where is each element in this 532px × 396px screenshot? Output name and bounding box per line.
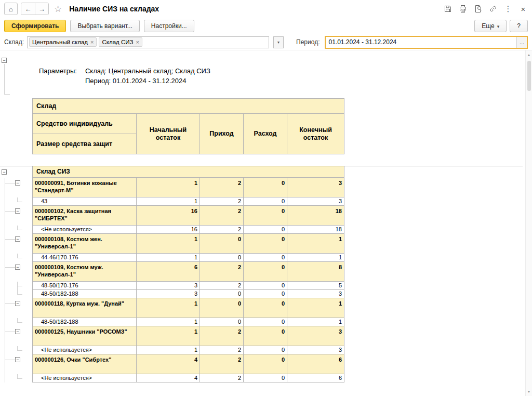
tree-cell <box>0 282 32 290</box>
item-row: −000000118, Куртка муж. "Дунай"1001 <box>0 298 525 318</box>
header-left-stack: Средство индивидуаль Размер средства защ… <box>32 114 137 154</box>
size-value: 0 <box>244 318 287 326</box>
tree-line <box>4 94 10 95</box>
favorite-star-icon[interactable]: ☆ <box>54 4 62 15</box>
collapse-item-icon[interactable]: − <box>15 236 20 242</box>
save-button[interactable] <box>443 4 453 14</box>
settings-button[interactable]: Настройки... <box>144 20 194 32</box>
item-value: 1 <box>287 298 344 318</box>
size-value: 0 <box>244 254 287 262</box>
print-button[interactable] <box>458 4 468 14</box>
col-header-item: Средство индивидуаль <box>32 114 137 134</box>
tree-line <box>4 64 5 94</box>
close-button[interactable]: × <box>518 4 528 14</box>
size-value: 3 <box>287 197 344 206</box>
vertical-scrollbar[interactable]: ▲ ▼ <box>525 50 532 396</box>
size-label: 48-50/170-176 <box>32 282 137 290</box>
collapse-item-icon[interactable]: − <box>15 180 20 186</box>
forward-arrow-icon: → <box>38 5 45 13</box>
warehouse-group-label: Склад СИЗ <box>32 166 344 178</box>
size-row: 44-46/170-1761001 <box>0 254 525 262</box>
more-actions-button[interactable]: Еще▾ <box>474 20 507 32</box>
size-value: 1 <box>137 318 200 326</box>
item-value: 4 <box>137 354 200 374</box>
item-value: 6 <box>287 354 344 374</box>
tree-cell: − <box>0 234 32 254</box>
size-row: <Не используется>1203 <box>0 346 525 354</box>
size-value: 1 <box>137 254 200 262</box>
collapse-item-icon[interactable]: − <box>15 208 20 214</box>
back-button[interactable]: ← <box>21 3 35 15</box>
size-value: 2 <box>200 374 244 382</box>
item-value: 3 <box>287 178 344 197</box>
help-button[interactable]: ? <box>510 20 528 32</box>
warehouse-filter-field[interactable]: Центральный склад × Склад СИЗ × <box>27 36 269 48</box>
warehouse-dropdown-button[interactable]: ▾ <box>273 36 284 48</box>
item-row: −000000126, Очки "Сибртех"4206 <box>0 354 525 374</box>
collapse-item-icon[interactable]: − <box>15 329 20 334</box>
size-value: 0 <box>244 197 287 206</box>
tree-cell <box>0 197 32 206</box>
size-row: 48-50/170-1763205 <box>0 282 525 290</box>
forward-button[interactable]: → <box>35 3 48 15</box>
size-value: 3 <box>137 290 200 298</box>
size-value: 2 <box>200 282 244 290</box>
warehouse-tag[interactable]: Склад СИЗ × <box>99 37 142 47</box>
report-area: − Параметры: Склад: Центральный склад; С… <box>0 50 532 396</box>
col-header-opening: Начальный остаток <box>137 114 200 154</box>
generate-button[interactable]: Сформировать <box>4 20 66 32</box>
collapse-item-icon[interactable]: − <box>15 265 20 270</box>
parameters-line: Склад: Центральный склад; Склад СИЗ <box>85 66 210 76</box>
collapse-group-icon[interactable]: − <box>2 169 7 175</box>
scroll-down-icon[interactable]: ▼ <box>526 388 532 395</box>
size-value: 3 <box>137 282 200 290</box>
chevron-down-icon: ▾ <box>497 24 500 29</box>
titlebar: ⌂ ← → ☆ Наличие СИЗ на складах <box>0 0 532 18</box>
more-menu-button[interactable]: ⋮ <box>503 4 513 14</box>
collapse-item-icon[interactable]: − <box>15 301 20 306</box>
actionbar: Сформировать Выбрать вариант... Настройк… <box>0 18 532 34</box>
size-label: 48-50/182-188 <box>32 318 137 326</box>
tree-line <box>18 350 22 351</box>
item-value: 0 <box>244 326 287 346</box>
size-value: 16 <box>137 226 200 234</box>
scroll-up-icon[interactable]: ▲ <box>526 51 532 58</box>
item-name: 000000118, Куртка муж. "Дунай" <box>32 298 137 318</box>
size-row: <Не используется>4206 <box>0 374 525 382</box>
period-input[interactable] <box>326 37 516 48</box>
size-value: 2 <box>200 346 244 354</box>
warehouse-tag-label: Склад СИЗ <box>102 39 133 45</box>
size-value: 0 <box>244 290 287 298</box>
size-value: 18 <box>287 226 344 234</box>
tree-cell: − <box>0 298 32 318</box>
tree-line <box>5 360 15 360</box>
warehouse-tag[interactable]: Центральный склад × <box>29 37 97 47</box>
size-row: 431203 <box>0 197 525 206</box>
get-link-button[interactable] <box>488 4 498 14</box>
remove-tag-icon[interactable]: × <box>136 39 139 45</box>
tree-cell: − <box>0 178 32 197</box>
size-row: 48-50/182-1883003 <box>0 290 525 298</box>
titlebar-right-icons: ⋮ × <box>443 4 528 14</box>
item-name: 000000125, Наушники "РОСОМЗ" <box>32 326 137 346</box>
size-value: 0 <box>244 346 287 354</box>
size-value: 1 <box>137 197 200 206</box>
preview-button[interactable] <box>473 4 483 14</box>
home-icon: ⌂ <box>9 5 13 13</box>
scrollbar-thumb[interactable] <box>527 61 531 91</box>
collapse-params-icon[interactable]: − <box>2 58 7 63</box>
item-value: 16 <box>137 206 200 226</box>
remove-tag-icon[interactable]: × <box>90 39 94 45</box>
tree-line <box>5 183 15 183</box>
choose-variant-button[interactable]: Выбрать вариант... <box>70 20 139 32</box>
parameters-label: Параметры: <box>39 66 77 86</box>
period-ellipsis-button[interactable]: ... <box>516 37 527 48</box>
home-button[interactable]: ⌂ <box>4 3 18 15</box>
collapse-item-icon[interactable]: − <box>15 357 20 362</box>
printer-icon <box>459 5 467 13</box>
tree-line <box>18 322 22 323</box>
tree-line <box>5 354 5 374</box>
report-parameters: Параметры: Склад: Центральный склад; Скл… <box>39 66 210 86</box>
item-value: 2 <box>200 262 244 282</box>
tree-cell <box>0 290 32 298</box>
